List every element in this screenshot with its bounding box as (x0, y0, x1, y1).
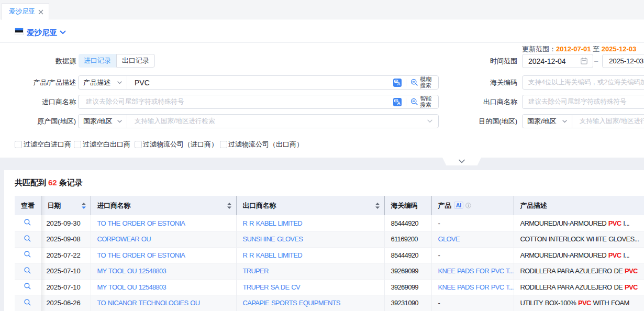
svg-text:A: A (397, 81, 401, 86)
svg-text:A: A (397, 101, 401, 106)
